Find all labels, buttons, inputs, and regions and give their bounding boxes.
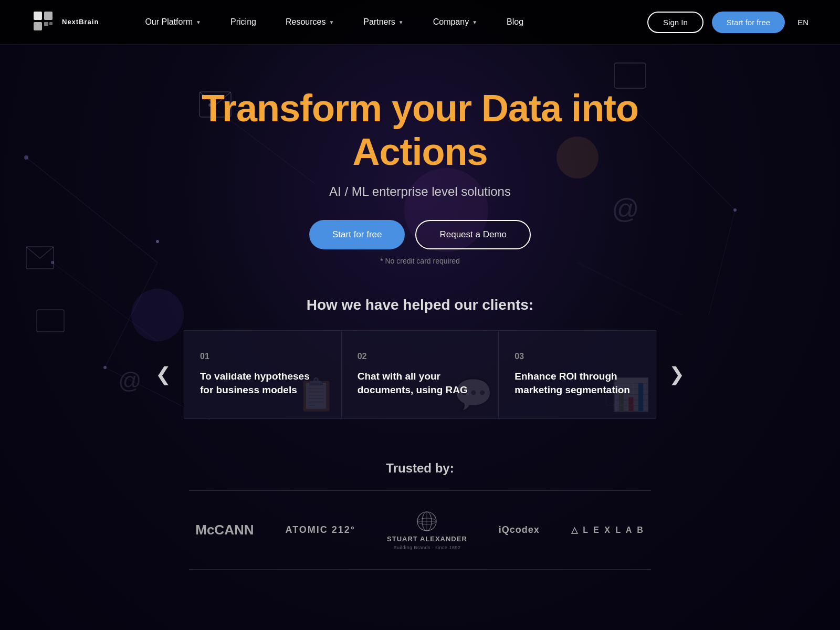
stuart-globe-icon (415, 510, 438, 533)
svg-rect-2 (34, 22, 42, 30)
carousel-next-arrow[interactable]: ❯ (656, 363, 697, 385)
carousel-card-3: 03 Enhance ROI through marketing segment… (498, 330, 656, 419)
navbar: NextBrain Our Platform ▼ Pricing Resourc… (0, 0, 840, 45)
hero-subtitle: AI / ML enterprise level solutions (329, 184, 511, 199)
logo-mccann: McCANN (195, 522, 254, 538)
nav-actions: Sign In Start for free EN (647, 12, 808, 33)
carousel-card-2: 02 Chat with all your documents, using R… (341, 330, 499, 419)
signin-button[interactable]: Sign In (647, 12, 704, 33)
card-2-icon: 💬 (454, 376, 493, 413)
chevron-down-icon: ▼ (398, 19, 404, 25)
carousel: ❮ 01 To validate hypotheses for business… (0, 330, 840, 419)
card-2-number: 02 (358, 352, 367, 361)
language-selector[interactable]: EN (797, 18, 808, 27)
hero-start-free-button[interactable]: Start for free (309, 220, 405, 249)
hero-title: Transform your Data into Actions (184, 87, 656, 174)
hero-content: Transform your Data into Actions AI / ML… (184, 45, 656, 265)
logo-text: NextBrain (62, 18, 99, 26)
nav-links: Our Platform ▼ Pricing Resources ▼ Partn… (130, 0, 647, 45)
logo-atomic: ATOMIC 212° (285, 524, 355, 536)
carousel-card-1: 01 To validate hypotheses for business m… (184, 330, 341, 419)
chevron-down-icon: ▼ (196, 19, 201, 25)
nav-link-pricing[interactable]: Pricing (216, 0, 271, 45)
how-title: How we have helped our clients: (307, 297, 534, 313)
trusted-logos: McCANN ATOMIC 212° STUART ALEXANDER Buil… (189, 491, 651, 569)
nav-link-blog[interactable]: Blog (492, 0, 538, 45)
card-3-number: 03 (514, 352, 524, 361)
logo[interactable]: NextBrain (32, 9, 99, 35)
trusted-bottom-divider (189, 569, 651, 570)
hero-demo-button[interactable]: Request a Demo (415, 220, 531, 249)
logo-lexlab: △ L E X L A B (571, 525, 645, 535)
start-free-button[interactable]: Start for free (712, 12, 785, 33)
hero-note: * No credit card required (380, 257, 460, 265)
svg-rect-4 (49, 22, 52, 25)
svg-rect-3 (44, 22, 48, 26)
chevron-down-icon: ▼ (329, 19, 334, 25)
svg-rect-0 (34, 12, 42, 20)
nav-link-company[interactable]: Company ▼ (418, 0, 492, 45)
carousel-prev-arrow[interactable]: ❮ (143, 363, 184, 385)
nav-link-platform[interactable]: Our Platform ▼ (130, 0, 216, 45)
trusted-title: Trusted by: (386, 461, 454, 476)
chevron-down-icon: ▼ (472, 19, 477, 25)
hero-buttons: Start for free Request a Demo (309, 220, 531, 249)
nav-link-resources[interactable]: Resources ▼ (271, 0, 349, 45)
how-section: How we have helped our clients: ❮ 01 To … (0, 297, 840, 419)
card-1-icon: 📋 (297, 376, 336, 413)
logo-iqcodex: iQcodex (499, 524, 540, 536)
logo-stuart-alexander: STUART ALEXANDER Building Brands · since… (387, 510, 467, 550)
carousel-cards: 01 To validate hypotheses for business m… (184, 330, 656, 419)
card-3-icon: 📊 (611, 376, 650, 413)
svg-rect-1 (44, 12, 52, 20)
hero-section: @ @ Transform your Data into Actions AI … (0, 0, 840, 630)
card-1-number: 01 (200, 352, 209, 361)
trusted-section: Trusted by: McCANN ATOMIC 212° STUART AL… (0, 461, 840, 570)
nav-link-partners[interactable]: Partners ▼ (349, 0, 418, 45)
